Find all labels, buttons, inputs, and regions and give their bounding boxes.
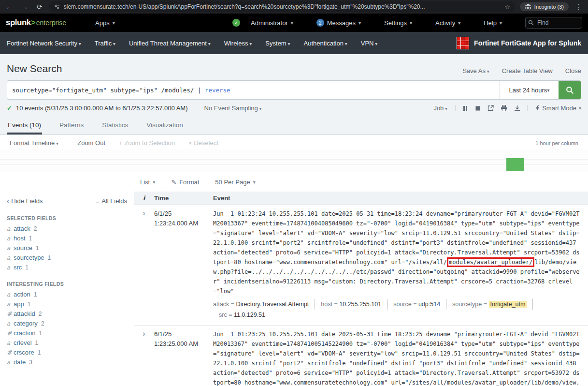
find-search-icon <box>528 20 534 26</box>
red-annotation-box: modules/avatar_uploader/ <box>447 257 534 267</box>
nav-system[interactable]: System <box>265 40 290 47</box>
field-item-date[interactable]: adate3 <box>7 358 127 368</box>
field-item-sourcetype[interactable]: asourcetype1 <box>7 254 127 264</box>
back-icon[interactable]: ← <box>4 3 14 10</box>
search-mode-button[interactable]: Smart Mode <box>535 104 581 112</box>
event-field-host[interactable]: host10.255.255.101 <box>315 299 387 310</box>
expand-event-icon[interactable]: › <box>143 209 145 217</box>
refresh-icon[interactable]: ⟳ <box>35 3 44 10</box>
event-sampling-button[interactable]: No Event Sampling <box>204 104 262 112</box>
field-item-category[interactable]: acategory2 <box>7 320 127 329</box>
events-table-header: i Time Event <box>134 192 588 205</box>
search-icon <box>566 86 574 94</box>
field-item-app[interactable]: aapp1 <box>7 300 127 310</box>
job-menu-button[interactable]: Job <box>433 104 447 112</box>
nav-unified-threat-management[interactable]: Unified Threat Management <box>129 40 211 47</box>
field-item-craction[interactable]: #craction1 <box>7 329 127 339</box>
splunk-logo: splunk>enterprise <box>6 18 66 28</box>
zoom-to-selection-button[interactable]: + Zoom to Selection <box>119 139 175 147</box>
list-icon: ≡ <box>96 197 100 205</box>
share-icon[interactable] <box>488 105 494 111</box>
close-button[interactable]: Close <box>565 67 581 74</box>
event-selected-fields: attackDirectory.Traversal.Attempt host10… <box>213 299 582 320</box>
search-button[interactable] <box>559 81 581 99</box>
timeline-scale-note: 1 hour per column <box>535 140 578 146</box>
format-pencil-icon: ✎ <box>171 178 176 186</box>
job-done-check-icon: ✓ <box>7 104 12 112</box>
bookmark-star-icon[interactable]: ☆ <box>504 3 510 11</box>
field-item-crlevel[interactable]: acrlevel1 <box>7 339 127 349</box>
events-summary: 10 events (5/31/25 3:00:00.000 AM to 6/1… <box>16 104 188 112</box>
all-fields-button[interactable]: ≡All Fields <box>96 197 127 205</box>
event-timestamp[interactable]: 6/1/25 1:23:25.000 AM <box>154 329 213 386</box>
nav-authentication[interactable]: Authentication <box>304 40 347 47</box>
per-page-button[interactable]: 50 Per Page <box>207 178 263 186</box>
expand-event-icon[interactable]: › <box>143 329 145 338</box>
format-timeline-button[interactable]: Format Timeline <box>10 139 58 147</box>
menu-messages[interactable]: 2Messages <box>316 19 361 27</box>
tab-visualization[interactable]: Visualization <box>145 117 184 134</box>
format-button[interactable]: ✎Format <box>163 178 207 186</box>
highlighted-sourcetype-value: fortigate_utm <box>489 301 527 308</box>
tab-statistics[interactable]: Statistics <box>101 117 129 134</box>
field-item-src[interactable]: asrc1 <box>7 264 127 273</box>
incognito-icon <box>525 4 531 10</box>
event-field-src[interactable]: src11.0.129.51 <box>213 310 271 320</box>
tab-patterns[interactable]: Patterns <box>58 117 85 134</box>
nav-traffic[interactable]: Traffic <box>95 40 115 47</box>
create-table-view-button[interactable]: Create Table View <box>502 67 553 74</box>
browser-menu-icon[interactable]: ⋮ <box>574 3 584 10</box>
menu-activity[interactable]: Activity <box>435 19 460 27</box>
interesting-fields-header: INTERESTING FIELDS <box>7 281 127 287</box>
tab-events[interactable]: Events (10) <box>7 117 42 134</box>
event-timestamp[interactable]: 6/1/25 1:23:24.000 AM <box>154 209 213 320</box>
stop-icon[interactable] <box>475 105 481 111</box>
app-nav-bar: Fortinet Network Security Traffic Unifie… <box>0 32 588 54</box>
pause-icon[interactable] <box>462 105 468 111</box>
browser-chrome: ← → ⟳ siem.commensurate.tech/en-US/app/S… <box>0 0 588 14</box>
field-item-action[interactable]: aaction1 <box>7 291 127 300</box>
event-field-sourcetype[interactable]: sourcetypefortigate_utm <box>446 299 533 310</box>
url-bar[interactable]: siem.commensurate.tech/en-US/app/SplunkA… <box>49 1 515 12</box>
hide-fields-button[interactable]: ‹Hide Fields <box>7 197 43 205</box>
event-field-source[interactable]: sourceudp:514 <box>387 299 446 310</box>
event-row-1: › 6/1/25 1:23:24.000 AM Jun 1 01:23:24 1… <box>134 205 588 326</box>
field-item-attack[interactable]: aattack2 <box>7 225 127 235</box>
app-title: Fortinet FortiGate App for Splunk <box>474 39 581 47</box>
zoom-out-button[interactable]: − Zoom Out <box>72 139 105 147</box>
nav-wireless[interactable]: Wireless <box>224 40 252 47</box>
time-range-picker[interactable]: Last 24 hours <box>500 81 559 99</box>
incognito-label: Incognito (3) <box>534 4 564 10</box>
print-icon[interactable] <box>501 105 507 111</box>
field-item-host[interactable]: ahost1 <box>7 235 127 244</box>
event-row-2: › 6/1/25 1:23:25.000 AM Jun 1 01:23:25 1… <box>134 326 588 386</box>
list-controls: List ✎Format 50 Per Page <box>140 172 588 192</box>
field-item-crscore[interactable]: #crscore1 <box>7 349 127 358</box>
event-field-attack[interactable]: attackDirectory.Traversal.Attempt <box>213 299 315 310</box>
menu-administrator[interactable]: Administrator <box>251 19 293 27</box>
deselect-button[interactable]: × Deselect <box>188 139 218 147</box>
page-title: New Search <box>7 63 62 74</box>
menu-settings[interactable]: Settings <box>384 19 412 27</box>
health-check-icon[interactable]: ✓ <box>232 19 240 27</box>
timeline-controls: Format Timeline − Zoom Out + Zoom to Sel… <box>0 135 588 149</box>
save-as-button[interactable]: Save As <box>462 67 489 74</box>
fields-sidebar: ‹Hide Fields ≡All Fields SELECTED FIELDS… <box>0 192 134 386</box>
nav-vpn[interactable]: VPN <box>361 40 378 47</box>
search-query-input[interactable]: sourcetype="fortigate_utm" subtype="ips"… <box>7 81 500 99</box>
list-view-button[interactable]: List <box>140 178 163 186</box>
nav-fortinet-network-security[interactable]: Fortinet Network Security <box>7 40 81 47</box>
event-raw-text: Jun 1 01:23:25 10.255.255.101 date=2025-… <box>213 329 582 386</box>
field-item-source[interactable]: asource1 <box>7 244 127 254</box>
menu-apps[interactable]: Apps <box>95 19 115 27</box>
forward-icon[interactable]: → <box>19 3 30 10</box>
search-bar: sourcetype="fortigate_utm" subtype="ips"… <box>7 80 581 100</box>
selected-fields-header: SELECTED FIELDS <box>7 215 127 221</box>
splunk-top-bar: splunk>enterprise Apps ✓ Administrator 2… <box>0 14 588 32</box>
menu-help[interactable]: Help <box>484 19 502 27</box>
field-item-attackid[interactable]: #attackid2 <box>7 310 127 320</box>
timeline-event-bar[interactable] <box>506 158 524 171</box>
results-bar: ✓ 10 events (5/31/25 3:00:00.000 AM to 6… <box>0 100 588 117</box>
export-icon[interactable] <box>514 105 520 111</box>
incognito-badge: Incognito (3) <box>520 2 569 11</box>
